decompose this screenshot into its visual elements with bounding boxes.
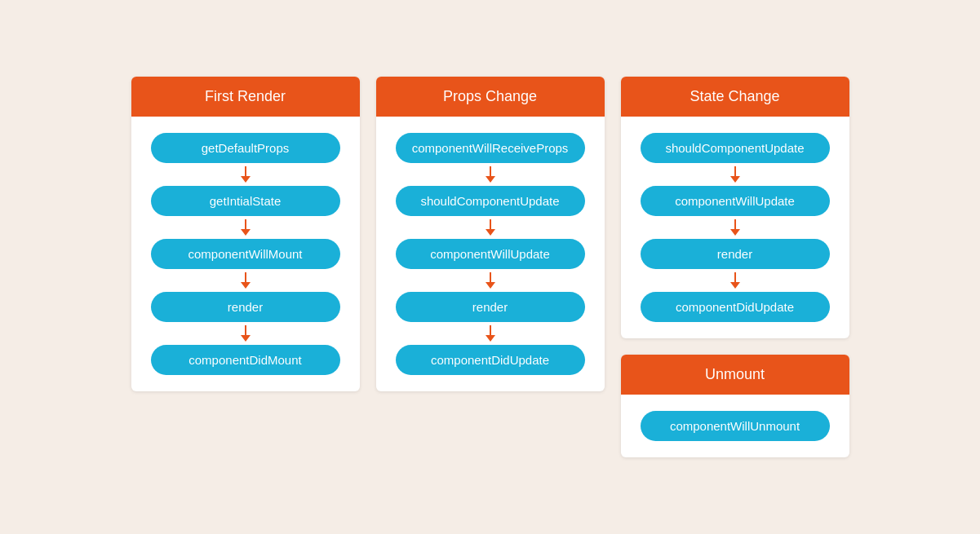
first-render-body: getDefaultPropsgetIntialStatecomponentWi… [131, 117, 360, 391]
arrow-icon [730, 219, 740, 236]
unmount-body: componentWillUnmount [621, 395, 849, 457]
lifecycle-step: componentWillUpdate [396, 239, 585, 269]
props-change-card: Props Change componentWillReceivePropssh… [376, 77, 605, 391]
lifecycle-step: componentWillUpdate [641, 186, 830, 216]
arrow-icon [241, 272, 251, 289]
right-column: State Change shouldComponentUpdatecompon… [621, 77, 849, 457]
unmount-header: Unmount [621, 355, 849, 395]
arrow-icon [486, 219, 495, 236]
lifecycle-step: componentDidUpdate [641, 292, 830, 322]
main-container: First Render getDefaultPropsgetIntialSta… [131, 77, 849, 457]
arrow-icon [241, 325, 251, 342]
lifecycle-step: componentDidMount [151, 345, 340, 375]
lifecycle-step: componentWillMount [151, 239, 340, 269]
state-change-card: State Change shouldComponentUpdatecompon… [621, 77, 849, 338]
first-render-card: First Render getDefaultPropsgetIntialSta… [131, 77, 360, 391]
arrow-icon [730, 166, 740, 183]
first-render-header: First Render [131, 77, 360, 117]
unmount-card: Unmount componentWillUnmount [621, 355, 849, 457]
lifecycle-step: shouldComponentUpdate [641, 133, 830, 163]
lifecycle-step: getDefaultProps [151, 133, 340, 163]
lifecycle-step: componentWillUnmount [641, 411, 830, 441]
lifecycle-step: render [396, 292, 585, 322]
props-change-body: componentWillReceivePropsshouldComponent… [376, 117, 605, 391]
state-change-header: State Change [621, 77, 849, 117]
arrow-icon [486, 325, 495, 342]
props-change-header: Props Change [376, 77, 605, 117]
lifecycle-step: render [641, 239, 830, 269]
arrow-icon [241, 166, 251, 183]
arrow-icon [486, 272, 495, 289]
arrow-icon [486, 166, 495, 183]
arrow-icon [730, 272, 740, 289]
state-change-body: shouldComponentUpdatecomponentWillUpdate… [621, 117, 849, 338]
lifecycle-step: componentWillReceiveProps [396, 133, 585, 163]
lifecycle-step: componentDidUpdate [396, 345, 585, 375]
lifecycle-step: render [151, 292, 340, 322]
arrow-icon [241, 219, 251, 236]
lifecycle-step: getIntialState [151, 186, 340, 216]
lifecycle-step: shouldComponentUpdate [396, 186, 585, 216]
